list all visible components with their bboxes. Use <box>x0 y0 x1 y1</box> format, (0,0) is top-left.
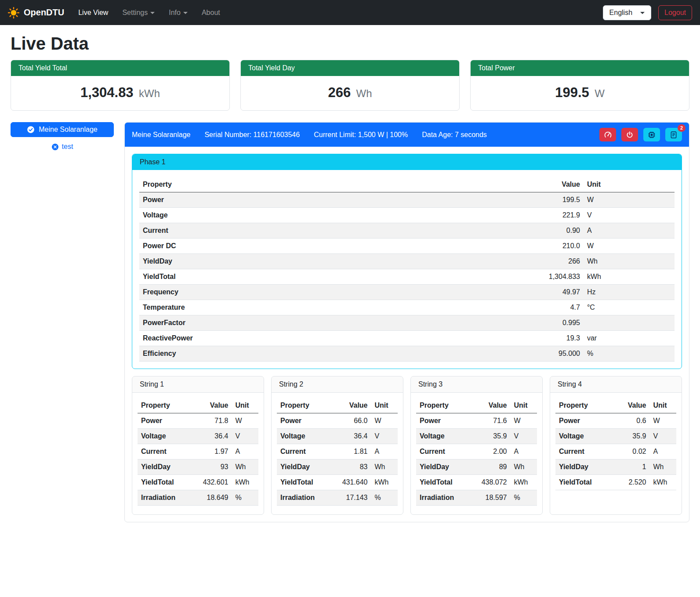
journal-icon <box>670 131 678 139</box>
property-cell: Power <box>555 413 610 429</box>
event-count-badge: 2 <box>678 124 685 132</box>
summary-row: Total Yield Total 1,304.83 kWh Total Yie… <box>11 60 689 111</box>
summary-card-total-yield-total: Total Yield Total 1,304.83 kWh <box>11 60 230 111</box>
table-row: Irradiation17.143% <box>277 490 398 506</box>
inverter-select-label: Meine Solaranlage <box>39 126 97 134</box>
power-button[interactable] <box>621 128 638 141</box>
nav-item-info[interactable]: Info <box>162 5 195 20</box>
string-card-body: Property Value Unit Power71.8WVoltage36.… <box>132 393 264 514</box>
table-row: YieldTotal438.072kWh <box>416 475 537 490</box>
property-cell: YieldDay <box>416 460 471 475</box>
unit-cell: V <box>584 208 675 223</box>
nav-links: Live View Settings Info About <box>71 5 227 20</box>
event-log-button[interactable]: 2 <box>665 128 682 141</box>
table-row: Current2.00A <box>416 444 537 460</box>
inverter-card: Meine Solaranlage Serial Number: 1161716… <box>124 122 689 522</box>
property-cell: Power <box>139 192 530 208</box>
nav-item-settings[interactable]: Settings <box>115 5 162 20</box>
unit-cell: W <box>584 192 675 208</box>
property-cell: Power <box>277 413 331 429</box>
limit-settings-button[interactable] <box>599 128 616 141</box>
string-card-3: String 3 Property Value Unit <box>410 376 543 515</box>
table-row: YieldDay266Wh <box>139 254 675 269</box>
value-cell: 83 <box>331 460 371 475</box>
value-cell: 0.995 <box>530 315 584 331</box>
column-header-value: Value <box>610 398 650 413</box>
nav-item-live-view[interactable]: Live View <box>71 5 115 20</box>
language-select[interactable]: English <box>603 5 651 20</box>
string-table: Property Value Unit Power71.8WVoltage36.… <box>138 398 258 506</box>
property-cell: YieldTotal <box>138 475 192 490</box>
summary-value: 1,304.83 <box>80 85 134 100</box>
column-header-property: Property <box>555 398 610 413</box>
value-cell: 266 <box>530 254 584 269</box>
value-cell: 71.6 <box>471 413 511 429</box>
phase-card: Phase 1 Property Value Unit Power199.5WV… <box>132 154 682 369</box>
logout-button[interactable]: Logout <box>658 5 692 20</box>
value-cell: 431.640 <box>331 475 371 490</box>
property-cell: Current <box>138 444 192 460</box>
value-cell: 210.0 <box>530 239 584 254</box>
tag-filter-test[interactable]: test <box>51 143 73 151</box>
table-row: Current1.97A <box>138 444 258 460</box>
x-circle-icon[interactable] <box>51 143 59 151</box>
inverter-select-button[interactable]: Meine Solaranlage <box>11 122 114 137</box>
column-header-value: Value <box>471 398 511 413</box>
summary-card-title: Total Yield Day <box>241 60 459 76</box>
summary-card-title: Total Yield Total <box>11 60 229 76</box>
value-cell: 1.97 <box>192 444 232 460</box>
tag-label: test <box>62 143 73 151</box>
property-cell: Power <box>416 413 471 429</box>
unit-cell: Wh <box>371 460 398 475</box>
column-header-unit: Unit <box>511 398 537 413</box>
value-cell: 18.597 <box>471 490 511 506</box>
property-cell: Voltage <box>416 429 471 444</box>
device-info-button[interactable] <box>643 128 660 141</box>
unit-cell: W <box>511 413 537 429</box>
string-title: String 2 <box>272 376 403 393</box>
value-cell: 4.7 <box>530 300 584 315</box>
value-cell: 89 <box>471 460 511 475</box>
unit-cell: Wh <box>511 460 537 475</box>
string-card-body: Property Value Unit Power71.6WVoltage35.… <box>411 393 542 514</box>
column-header-value: Value <box>530 177 584 192</box>
value-cell: 36.4 <box>331 429 371 444</box>
unit-cell: Wh <box>232 460 259 475</box>
property-cell: Power DC <box>139 239 530 254</box>
value-cell: 35.9 <box>610 429 650 444</box>
unit-cell: kWh <box>650 475 677 490</box>
brand-link[interactable]: OpenDTU <box>5 4 68 21</box>
phase-title: Phase 1 <box>132 154 682 170</box>
value-cell: 0.02 <box>610 444 650 460</box>
inverter-header-buttons: 2 <box>599 128 682 141</box>
table-row: Temperature4.7°C <box>139 300 675 315</box>
unit-cell: V <box>511 429 537 444</box>
table-row: Frequency49.97Hz <box>139 285 675 300</box>
property-cell: Voltage <box>139 208 530 223</box>
summary-unit: kWh <box>139 87 160 99</box>
unit-cell: A <box>584 223 675 239</box>
property-cell: YieldDay <box>138 460 192 475</box>
summary-card-body: 1,304.83 kWh <box>11 76 229 110</box>
unit-cell: V <box>650 429 677 444</box>
property-cell: YieldTotal <box>416 475 471 490</box>
table-header-row: Property Value Unit <box>138 398 258 413</box>
value-cell: 93 <box>192 460 232 475</box>
value-cell: 1 <box>610 460 650 475</box>
property-cell: YieldTotal <box>555 475 610 490</box>
nav-item-about[interactable]: About <box>195 5 227 20</box>
table-row: Power DC210.0W <box>139 239 675 254</box>
cpu-icon <box>648 131 656 139</box>
value-cell: 17.143 <box>331 490 371 506</box>
table-row: Power71.8W <box>138 413 258 429</box>
property-cell: Current <box>139 223 530 239</box>
unit-cell: °C <box>584 300 675 315</box>
inverter-current-limit: Current Limit: 1,500 W | 100% <box>314 131 408 139</box>
property-cell: Temperature <box>139 300 530 315</box>
table-header-row: Property Value Unit <box>139 177 675 192</box>
unit-cell: V <box>371 429 398 444</box>
string-title: String 4 <box>550 376 682 393</box>
value-cell: 0.90 <box>530 223 584 239</box>
property-cell: YieldDay <box>277 460 331 475</box>
string-card-body: Property Value Unit Power0.6WVoltage35.9… <box>550 393 682 499</box>
